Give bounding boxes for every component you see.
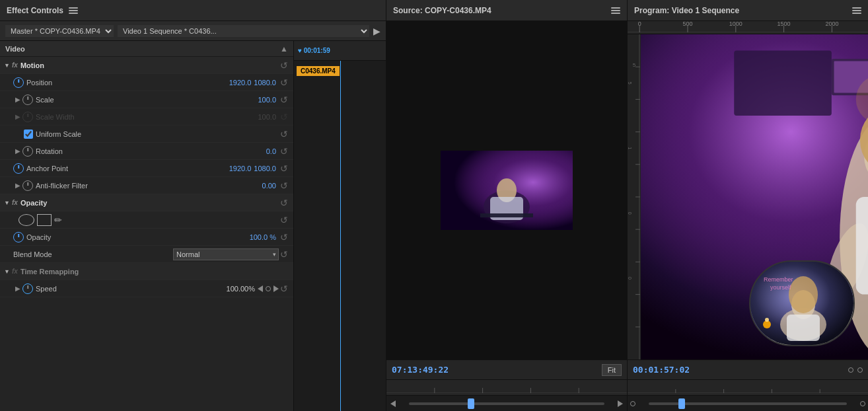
program-scrubber-start[interactable]: [630, 401, 635, 406]
source-monitor-menu-icon[interactable]: [611, 7, 620, 14]
blend-mode-select[interactable]: Normal Multiply Screen Overlay: [173, 248, 279, 260]
speed-controls: [258, 285, 279, 292]
source-prev-btn[interactable]: [390, 400, 396, 407]
source-monitor-title: Source: COPY-C0436.MP4: [393, 6, 491, 15]
speed-stopwatch[interactable]: [22, 283, 33, 294]
speed-prev-icon[interactable]: [258, 285, 263, 292]
anti-flicker-stopwatch[interactable]: [22, 180, 33, 191]
anchor-stopwatch[interactable]: [13, 163, 24, 174]
program-ruler-bar: [628, 380, 868, 396]
blend-mode-row: Blend Mode Normal Multiply Screen Overla…: [0, 246, 293, 263]
scale-value[interactable]: 100.0: [258, 96, 276, 104]
svg-text:0: 0: [638, 21, 641, 27]
position-stopwatch[interactable]: [13, 77, 24, 88]
svg-rect-5: [480, 213, 533, 217]
motion-reset-icon[interactable]: ↺: [279, 60, 289, 71]
anchor-y-value[interactable]: 1080.0: [254, 165, 276, 172]
pip-overlay: Remember yourself: [749, 260, 855, 346]
speed-reset[interactable]: ↺: [279, 283, 289, 294]
rect-tool[interactable]: [37, 214, 52, 226]
speed-row: ▶ Speed 100.00% ↺: [0, 280, 293, 297]
opacity-label: Opacity: [26, 233, 250, 241]
source-ruler-area: [386, 380, 627, 396]
svg-rect-6: [386, 380, 627, 393]
scale-reset[interactable]: ↺: [279, 94, 289, 105]
effect-controls-header: Effect Controls: [0, 0, 386, 21]
rotation-stopwatch[interactable]: [22, 146, 33, 157]
scale-width-label: Scale Width: [36, 113, 258, 121]
speed-next-icon[interactable]: [273, 285, 279, 292]
anti-flicker-label: Anti-flicker Filter: [36, 182, 262, 190]
time-remap-collapse-icon[interactable]: ▼: [4, 268, 12, 275]
motion-label: Motion: [20, 61, 279, 69]
uniform-scale-row: Uniform Scale ↺: [0, 126, 293, 143]
scale-width-expand-icon: ▶: [13, 113, 22, 120]
svg-text:yourself: yourself: [770, 284, 791, 291]
position-y-value[interactable]: 1080.0: [254, 79, 276, 87]
opacity-shapes-reset[interactable]: ↺: [279, 215, 289, 225]
speed-keyframe-icon[interactable]: [266, 286, 271, 291]
speed-value[interactable]: 100.00%: [227, 285, 255, 293]
program-monitor: Program: Video 1 Sequence 0 500 1000 150…: [628, 0, 868, 411]
svg-text:0: 0: [628, 212, 632, 215]
source-video-area[interactable]: [386, 21, 627, 359]
rotation-value[interactable]: 0.0: [266, 147, 276, 155]
opacity-collapse-icon[interactable]: ▼: [4, 200, 12, 206]
source-fit-button[interactable]: Fit: [602, 364, 622, 376]
svg-text:1: 1: [628, 147, 632, 149]
rotation-expand-icon[interactable]: ▶: [13, 147, 22, 155]
program-video-area[interactable]: Remember yourself: [641, 34, 868, 359]
sequence-selector[interactable]: Video 1 Sequence * C0436...: [118, 25, 369, 37]
anchor-reset[interactable]: ↺: [279, 163, 289, 174]
blend-mode-label: Blend Mode: [13, 250, 173, 258]
anti-flicker-value[interactable]: 0.00: [262, 182, 276, 190]
opacity-reset[interactable]: ↺: [279, 232, 289, 243]
scale-stopwatch[interactable]: [22, 94, 33, 105]
ec-play-button[interactable]: ▶: [373, 26, 380, 36]
program-nav-start[interactable]: [848, 367, 853, 373]
ellipse-tool[interactable]: [18, 214, 34, 226]
svg-point-60: [765, 318, 769, 322]
scale-width-value: 100.0: [258, 113, 276, 121]
anchor-x-value[interactable]: 1920.0: [229, 165, 252, 172]
opacity-shape-tools: ✏: [13, 214, 62, 226]
motion-collapse-icon[interactable]: ▼: [4, 62, 12, 69]
right-panels: Source: COPY-C0436.MP4: [386, 0, 868, 411]
program-nav-end[interactable]: [857, 367, 863, 373]
program-scrubber-end[interactable]: [860, 401, 865, 406]
speed-expand-icon[interactable]: ▶: [13, 285, 22, 292]
source-next-btn[interactable]: [618, 400, 623, 407]
scale-width-reset: ↺: [279, 112, 289, 122]
program-scrubber-area[interactable]: [628, 396, 868, 411]
program-monitor-menu-icon[interactable]: [852, 7, 861, 14]
source-scrubber-track[interactable]: [409, 402, 604, 405]
source-video-svg: [441, 151, 573, 230]
scroll-up-icon[interactable]: ▲: [280, 44, 288, 54]
program-monitor-header: Program: Video 1 Sequence: [628, 0, 868, 21]
video-section-header: Video ▲: [0, 41, 293, 57]
position-reset[interactable]: ↺: [279, 77, 289, 88]
clip-selector[interactable]: Master * COPY-C0436.MP4: [5, 25, 114, 37]
effect-controls-panel: Effect Controls Master * COPY-C0436.MP4 …: [0, 0, 386, 411]
uniform-scale-checkbox[interactable]: [24, 130, 33, 139]
opacity-stopwatch[interactable]: [13, 232, 24, 243]
effect-controls-menu-icon[interactable]: [69, 7, 78, 14]
position-x-value[interactable]: 1920.0: [229, 79, 252, 87]
source-scrubber-thumb[interactable]: [468, 398, 474, 409]
anti-flicker-expand-icon[interactable]: ▶: [13, 182, 22, 189]
scale-expand-icon[interactable]: ▶: [13, 96, 22, 103]
source-monitor: Source: COPY-C0436.MP4: [386, 0, 628, 411]
opacity-value[interactable]: 100.0 %: [250, 233, 276, 241]
anti-flicker-reset[interactable]: ↺: [279, 180, 289, 191]
program-scrubber-thumb[interactable]: [678, 398, 685, 409]
scale-row: ▶ Scale 100.0 ↺: [0, 91, 293, 108]
source-scrubber-area[interactable]: [386, 396, 627, 411]
program-scrubber-track[interactable]: [649, 402, 847, 405]
pen-tool[interactable]: ✏: [54, 215, 62, 225]
blend-mode-reset[interactable]: ↺: [279, 249, 289, 260]
svg-point-55: [789, 276, 818, 313]
uniform-scale-reset[interactable]: ↺: [279, 129, 289, 139]
opacity-section-reset[interactable]: ↺: [279, 198, 289, 208]
rotation-reset[interactable]: ↺: [279, 146, 289, 157]
ec-toolbar: Master * COPY-C0436.MP4 Video 1 Sequence…: [0, 21, 386, 41]
